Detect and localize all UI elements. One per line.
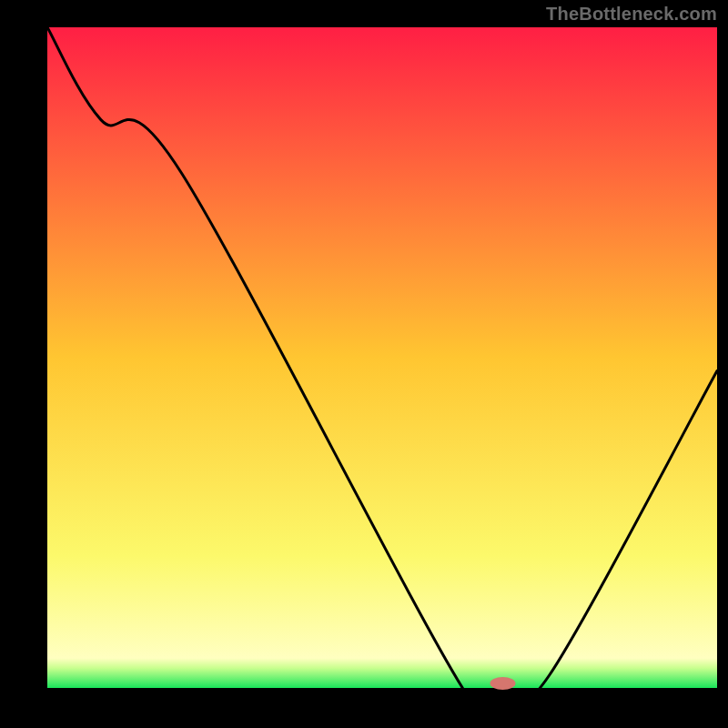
optimum-marker — [490, 677, 515, 690]
chart-svg — [0, 0, 728, 728]
plot-background — [47, 27, 717, 688]
chart-stage: TheBottleneck.com — [0, 0, 728, 728]
watermark-text: TheBottleneck.com — [546, 4, 717, 25]
